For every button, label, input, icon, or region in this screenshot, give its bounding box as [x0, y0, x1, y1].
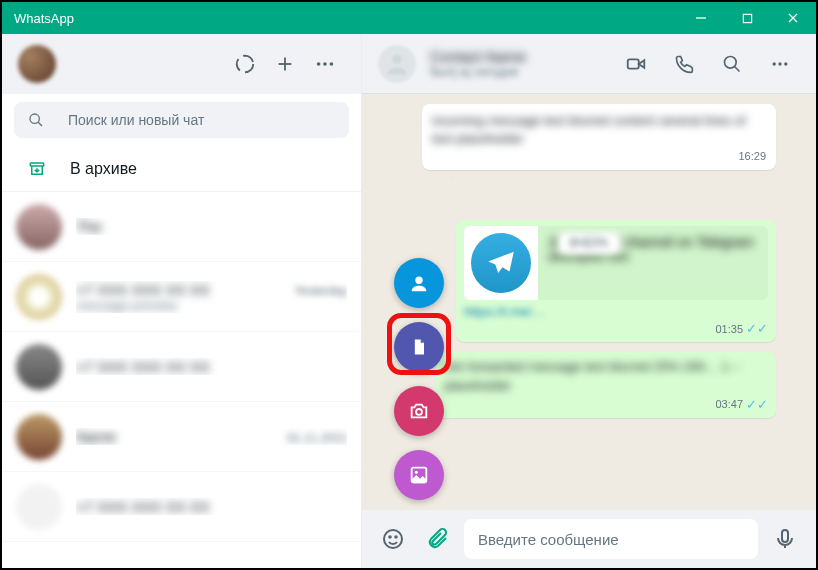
svg-point-13 [392, 54, 401, 63]
close-button[interactable] [770, 2, 816, 34]
message-out[interactable]: link forwarded message text blurred 25% … [436, 352, 776, 417]
new-chat-icon[interactable] [265, 44, 305, 84]
svg-point-21 [415, 471, 418, 474]
sidebar-header [2, 34, 361, 94]
message-in[interactable]: incoming message text blurred content se… [422, 104, 776, 170]
svg-point-10 [30, 114, 39, 123]
svg-point-25 [389, 536, 391, 538]
contact-name: Contact Name [430, 48, 616, 65]
svg-point-22 [416, 409, 422, 415]
svg-point-19 [784, 62, 787, 65]
chat-list-item[interactable]: Name01.11.2021 [2, 402, 361, 472]
message-placeholder: Введите сообщение [478, 531, 619, 548]
svg-point-17 [773, 62, 776, 65]
chat-avatar [16, 344, 62, 390]
chat-list-item[interactable]: +7 XXX XXX XX XX [2, 472, 361, 542]
emoji-icon[interactable] [376, 522, 410, 556]
attach-contact-button[interactable] [394, 258, 444, 308]
search-icon [28, 112, 44, 128]
svg-rect-27 [782, 530, 788, 542]
svg-line-11 [38, 122, 42, 126]
attach-menu [394, 258, 444, 500]
read-checks-icon: ✓✓ [746, 397, 768, 412]
read-checks-icon: ✓✓ [746, 321, 768, 336]
svg-point-4 [237, 56, 254, 73]
chat-search-icon[interactable] [712, 44, 752, 84]
contact-avatar [378, 45, 416, 83]
svg-point-8 [323, 62, 327, 66]
chat-avatar [16, 484, 62, 530]
composer: Введите сообщение [362, 510, 816, 568]
attach-document-button[interactable] [394, 322, 444, 372]
chat-avatar [16, 414, 62, 460]
titlebar: WhatsApp [2, 2, 816, 34]
attach-gallery-button[interactable] [394, 450, 444, 500]
minimize-button[interactable] [678, 2, 724, 34]
date-chip: ВЧЕРА [558, 232, 621, 254]
chat-menu-icon[interactable] [760, 44, 800, 84]
svg-point-23 [415, 277, 422, 284]
link-url[interactable]: https://t.me/… [464, 304, 768, 319]
search-input[interactable]: Поиск или новый чат [14, 102, 349, 138]
app-body: Поиск или новый чат В архиве The +7 XXX … [2, 34, 816, 568]
chat-header[interactable]: Contact Name был(-а) сегодня [362, 34, 816, 94]
chat-avatar [16, 274, 62, 320]
chat-list-item[interactable]: The [2, 192, 361, 262]
svg-rect-1 [743, 14, 751, 22]
svg-line-16 [735, 66, 740, 71]
svg-point-7 [317, 62, 321, 66]
sidebar: Поиск или новый чат В архиве The +7 XXX … [2, 34, 362, 568]
svg-point-24 [384, 530, 402, 548]
telegram-icon [464, 226, 538, 300]
svg-point-26 [395, 536, 397, 538]
chat-avatar [16, 204, 62, 250]
message-time: 16:29 [432, 150, 766, 162]
window-title: WhatsApp [14, 11, 74, 26]
svg-point-18 [778, 62, 781, 65]
mic-icon[interactable] [768, 522, 802, 556]
status-icon[interactable] [225, 44, 265, 84]
contact-status: был(-а) сегодня [430, 65, 616, 79]
attach-camera-button[interactable] [394, 386, 444, 436]
archived-row[interactable]: В архиве [2, 146, 361, 192]
voice-call-icon[interactable] [664, 44, 704, 84]
messages-area[interactable]: incoming message text blurred content se… [362, 94, 816, 510]
svg-rect-12 [30, 163, 44, 166]
my-avatar[interactable] [18, 45, 56, 83]
svg-point-15 [725, 56, 737, 68]
attach-icon[interactable] [420, 522, 454, 556]
chat-list-item[interactable]: +7 XXX XXX XX XX [2, 332, 361, 402]
menu-icon[interactable] [305, 44, 345, 84]
maximize-button[interactable] [724, 2, 770, 34]
search-wrap: Поиск или новый чат [2, 94, 361, 146]
message-input[interactable]: Введите сообщение [464, 519, 758, 559]
archive-icon [18, 160, 56, 178]
svg-point-9 [330, 62, 334, 66]
window-controls [678, 2, 816, 34]
chat-list: The +7 XXX XXX XX XXYesterday message pr… [2, 192, 361, 568]
archived-label: В архиве [70, 160, 137, 178]
chat-panel: Contact Name был(-а) сегодня incoming me… [362, 34, 816, 568]
search-placeholder: Поиск или новый чат [68, 112, 204, 128]
video-call-icon[interactable] [616, 44, 656, 84]
chat-list-item[interactable]: +7 XXX XXX XX XXYesterday message previe… [2, 262, 361, 332]
